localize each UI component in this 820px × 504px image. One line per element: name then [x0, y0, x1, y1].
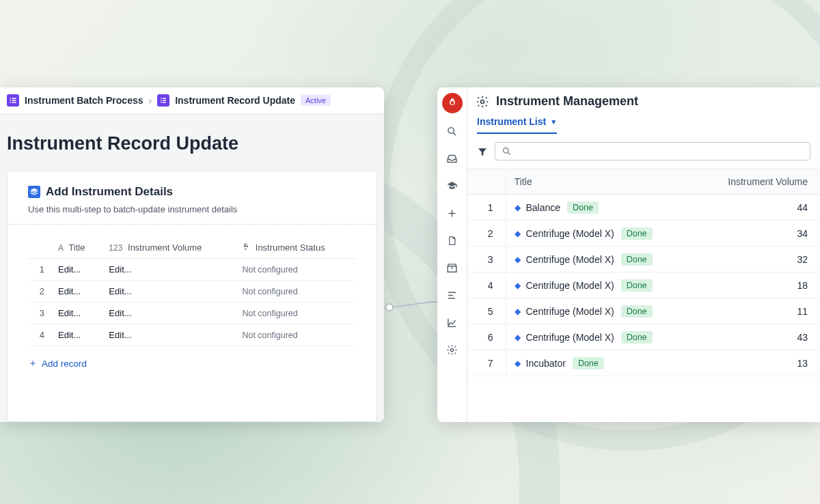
cell-status[interactable]: Not configured: [235, 303, 356, 324]
gear-icon: [476, 95, 489, 109]
cell-volume: 32: [696, 247, 820, 272]
filter-icon[interactable]: [477, 146, 488, 157]
cell-volume[interactable]: Edit...: [102, 281, 235, 303]
breadcrumb-current[interactable]: Instrument Record Update: [175, 95, 295, 106]
cell-title[interactable]: ◆BalanceDone: [506, 195, 696, 221]
table-row[interactable]: 5◆Centrifuge (Model X)Done11: [467, 298, 820, 324]
breadcrumb-parent[interactable]: Instrument Batch Process: [25, 95, 144, 106]
link-type-icon: [242, 243, 252, 253]
chart-icon[interactable]: [443, 313, 462, 332]
app-logo[interactable]: [442, 93, 463, 113]
chevron-right-icon: ›: [149, 95, 152, 106]
cell-volume[interactable]: Edit...: [102, 303, 235, 324]
table-row[interactable]: 3◆Centrifuge (Model X)Done32: [467, 247, 820, 272]
table-row: 3Edit...Edit...Not configured: [28, 303, 356, 324]
cell-status[interactable]: Not configured: [235, 281, 356, 303]
text-type-icon: A: [58, 243, 64, 253]
row-index: 6: [467, 324, 506, 350]
card-title: Add Instrument Details: [46, 185, 173, 199]
education-icon[interactable]: [443, 176, 462, 195]
cell-title[interactable]: ◆Centrifuge (Model X)Done: [506, 221, 696, 247]
svg-point-4: [481, 100, 484, 103]
row-index: 2: [467, 221, 506, 247]
diamond-icon: ◆: [515, 333, 521, 342]
diamond-icon: ◆: [515, 255, 521, 264]
diamond-icon: ◆: [515, 229, 521, 238]
status-badge: Active: [301, 95, 331, 106]
diamond-icon: ◆: [515, 307, 521, 316]
table-row[interactable]: 7◆IncubatorDone13: [467, 350, 820, 376]
status-pill: Done: [621, 331, 653, 344]
plus-icon[interactable]: [443, 204, 462, 223]
page-title: Instrument Record Update: [0, 114, 384, 171]
status-pill: Done: [573, 357, 604, 369]
status-pill: Done: [621, 253, 653, 266]
cell-title[interactable]: Edit...: [51, 281, 102, 303]
cell-volume[interactable]: Edit...: [102, 259, 235, 281]
diamond-icon: ◆: [515, 203, 521, 212]
cell-title[interactable]: Edit...: [51, 259, 102, 281]
svg-point-3: [450, 348, 453, 351]
checklist-icon: [157, 94, 169, 107]
document-icon[interactable]: [443, 231, 462, 250]
cell-title[interactable]: ◆Centrifuge (Model X)Done: [506, 272, 696, 298]
add-record-button[interactable]: ＋ Add record: [8, 346, 377, 380]
inbox-icon[interactable]: [443, 149, 462, 168]
col-volume[interactable]: Instrument Volume: [696, 169, 820, 195]
row-index: 2: [28, 281, 51, 303]
row-index: 4: [467, 272, 506, 298]
box-icon[interactable]: [443, 258, 462, 277]
svg-point-5: [504, 148, 509, 154]
col-title[interactable]: Title: [506, 169, 696, 195]
search-icon[interactable]: [443, 122, 462, 141]
cell-title[interactable]: ◆Centrifuge (Model X)Done: [506, 247, 696, 272]
table-row[interactable]: 4◆Centrifuge (Model X)Done18: [467, 272, 820, 298]
caret-down-icon: ▼: [550, 118, 557, 126]
diamond-icon: ◆: [515, 281, 521, 290]
status-pill: Done: [567, 201, 599, 214]
diamond-icon: ◆: [515, 359, 521, 368]
nav-rail: [437, 87, 467, 422]
list-icon: [7, 94, 19, 107]
cell-volume: 34: [696, 221, 820, 247]
search-input[interactable]: [495, 142, 810, 160]
cell-title[interactable]: ◆Centrifuge (Model X)Done: [506, 324, 696, 350]
cell-title[interactable]: ◆Centrifuge (Model X)Done: [506, 298, 696, 324]
cell-volume: 44: [696, 195, 820, 221]
input-grid: A Title 123 Instrument Volume: [28, 237, 356, 346]
gear-icon[interactable]: [443, 340, 462, 359]
row-index: 1: [28, 259, 51, 281]
cell-title[interactable]: ◆IncubatorDone: [506, 350, 696, 376]
cell-volume: 18: [696, 272, 820, 298]
row-index: 4: [28, 324, 51, 346]
cell-volume: 43: [696, 324, 820, 350]
cell-volume[interactable]: Edit...: [102, 324, 235, 346]
search-icon: [502, 146, 512, 156]
cell-title[interactable]: Edit...: [51, 303, 102, 324]
layers-icon: [28, 186, 40, 198]
tab-instrument-list[interactable]: Instrument List ▼: [477, 116, 557, 134]
management-panel: Instrument Management Instrument List ▼: [437, 87, 820, 422]
table-row[interactable]: 2◆Centrifuge (Model X)Done34: [467, 221, 820, 247]
status-pill: Done: [621, 279, 653, 292]
status-pill: Done: [621, 305, 653, 318]
align-icon[interactable]: [443, 285, 462, 305]
cell-status[interactable]: Not configured: [235, 259, 356, 281]
col-status[interactable]: Instrument Status: [235, 237, 356, 259]
table-row: 2Edit...Edit...Not configured: [28, 281, 356, 303]
cell-volume: 13: [696, 350, 820, 376]
col-title[interactable]: A Title: [51, 237, 102, 259]
table-row[interactable]: 6◆Centrifuge (Model X)Done43: [467, 324, 820, 350]
svg-line-6: [508, 152, 510, 154]
batch-update-panel: Instrument Batch Process › Instrument Re…: [0, 87, 384, 422]
cell-title[interactable]: Edit...: [51, 324, 102, 346]
col-volume[interactable]: 123 Instrument Volume: [102, 237, 235, 259]
breadcrumb: Instrument Batch Process › Instrument Re…: [0, 87, 384, 114]
cell-status[interactable]: Not configured: [235, 324, 356, 346]
number-type-icon: 123: [109, 243, 122, 253]
table-row[interactable]: 1◆BalanceDone44: [467, 195, 820, 221]
table-row: 4Edit...Edit...Not configured: [28, 324, 356, 346]
card-subtitle: Use this multi-step to batch-update inst…: [28, 204, 356, 214]
status-pill: Done: [621, 227, 653, 240]
row-index: 7: [467, 350, 506, 376]
